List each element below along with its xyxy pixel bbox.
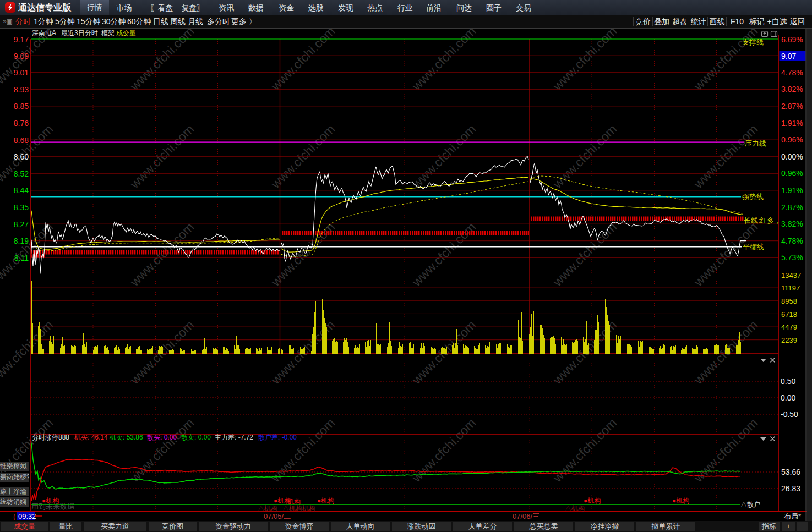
svg-text:-0.50: -0.50 xyxy=(781,410,798,419)
svg-text:2239: 2239 xyxy=(781,336,797,344)
svg-text:9.17: 9.17 xyxy=(14,35,29,44)
svg-text:8.52: 8.52 xyxy=(14,169,29,178)
svg-text:8.19: 8.19 xyxy=(14,237,29,245)
svg-text:△机构: △机构 xyxy=(565,504,585,512)
svg-text:2.87%: 2.87% xyxy=(781,203,803,212)
svg-text:07/05/二: 07/05/二 xyxy=(264,512,291,520)
svg-text:9.07: 9.07 xyxy=(781,52,796,61)
svg-text:www.cfchi.com: www.cfchi.com xyxy=(691,415,761,485)
svg-text:8.44: 8.44 xyxy=(14,186,29,195)
svg-text:8.11: 8.11 xyxy=(14,254,29,262)
svg-text:0.00: 0.00 xyxy=(781,393,795,402)
svg-text:26.83: 26.83 xyxy=(781,484,800,493)
svg-text:●机构: ●机构 xyxy=(317,497,334,504)
svg-text:主力差: -7.72: 主力差: -7.72 xyxy=(215,434,253,441)
svg-text:4.78%: 4.78% xyxy=(781,237,803,245)
svg-text:www.cfchi.com: www.cfchi.com xyxy=(691,24,761,94)
svg-text:www.cfchi.com: www.cfchi.com xyxy=(268,220,338,289)
svg-text:4.78%: 4.78% xyxy=(781,68,803,77)
svg-text:0.00%: 0.00% xyxy=(781,152,803,161)
svg-text:(: ( xyxy=(13,512,16,520)
svg-text:www.cfchi.com: www.cfchi.com xyxy=(127,415,197,485)
svg-text:www.cfchi.com: www.cfchi.com xyxy=(409,220,479,289)
svg-text:8.85: 8.85 xyxy=(14,102,29,111)
svg-text:●机构: ●机构 xyxy=(672,497,689,504)
svg-text:www.cfchi.com: www.cfchi.com xyxy=(268,24,338,94)
svg-text:07/06/三: 07/06/三 xyxy=(513,512,539,520)
svg-text:13437: 13437 xyxy=(781,271,801,279)
svg-text:8.27: 8.27 xyxy=(14,220,29,229)
svg-text:最近3日分时: 最近3日分时 xyxy=(61,29,98,37)
svg-text:www.cfchi.com: www.cfchi.com xyxy=(409,24,479,94)
svg-text:www.cfchi.com: www.cfchi.com xyxy=(550,220,620,289)
svg-text:3.82%: 3.82% xyxy=(781,85,803,94)
svg-text:8.76: 8.76 xyxy=(14,119,29,128)
svg-text:8.68: 8.68 xyxy=(14,136,29,145)
svg-text:8.60: 8.60 xyxy=(14,152,29,161)
svg-text:散户差: -0.00: 散户差: -0.00 xyxy=(258,434,297,441)
svg-text:压力线: 压力线 xyxy=(745,139,766,147)
svg-text:分时涨停888: 分时涨停888 xyxy=(32,434,69,441)
svg-text:09:32: 09:32 xyxy=(18,512,36,520)
svg-text:深南电A: 深南电A xyxy=(32,29,56,37)
svg-text:散卖: 0.00: 散卖: 0.00 xyxy=(181,434,211,441)
svg-text:11197: 11197 xyxy=(781,284,800,292)
svg-text:0.96%: 0.96% xyxy=(781,135,803,144)
svg-text:www.cfchi.com: www.cfchi.com xyxy=(127,24,197,94)
svg-text:框架: 框架 xyxy=(101,29,115,37)
svg-text:www.cfchi.com: www.cfchi.com xyxy=(0,317,56,387)
svg-text:0.96%: 0.96% xyxy=(781,169,803,178)
svg-text:2.87%: 2.87% xyxy=(781,102,803,111)
svg-text:布局*: 布局* xyxy=(783,512,801,520)
svg-text:机卖: 53.86: 机卖: 53.86 xyxy=(109,434,143,441)
svg-text:6718: 6718 xyxy=(781,310,797,319)
svg-text:散买: 0.00: 散买: 0.00 xyxy=(147,434,177,441)
svg-text:8958: 8958 xyxy=(781,297,797,305)
svg-text:1.91%: 1.91% xyxy=(781,186,803,195)
svg-text:●机构: ●机构 xyxy=(584,497,601,504)
svg-text:9.09: 9.09 xyxy=(14,52,29,61)
svg-text:www.cfchi.com: www.cfchi.com xyxy=(550,24,620,94)
svg-text:支撑线: 支撑线 xyxy=(742,38,764,46)
svg-text:用到未来数据: 用到未来数据 xyxy=(31,502,74,511)
svg-text:△散户: △散户 xyxy=(740,501,760,508)
svg-text:8.93: 8.93 xyxy=(14,85,29,94)
svg-text:4479: 4479 xyxy=(781,323,797,331)
svg-text:www.cfchi.com: www.cfchi.com xyxy=(691,220,761,289)
svg-text:9.01: 9.01 xyxy=(14,68,29,77)
svg-text:0.50: 0.50 xyxy=(781,377,795,386)
svg-text:机买: 46.14: 机买: 46.14 xyxy=(74,434,108,441)
svg-text:5.73%: 5.73% xyxy=(781,253,803,262)
svg-text:3.82%: 3.82% xyxy=(781,220,803,228)
svg-text:平衡线: 平衡线 xyxy=(743,243,764,251)
svg-text:1.91%: 1.91% xyxy=(781,119,803,128)
svg-text:53.66: 53.66 xyxy=(781,468,800,476)
svg-text:6.69%: 6.69% xyxy=(781,35,803,44)
svg-text:长线:红多，: 长线:红多， xyxy=(744,216,782,224)
svg-text:△机构: △机构 xyxy=(258,504,277,512)
svg-text:成交量: 成交量 xyxy=(116,29,136,37)
svg-text:8.35: 8.35 xyxy=(14,203,29,212)
svg-text:△机构机构: △机构机构 xyxy=(282,504,315,512)
svg-text:强势线: 强势线 xyxy=(742,193,764,201)
